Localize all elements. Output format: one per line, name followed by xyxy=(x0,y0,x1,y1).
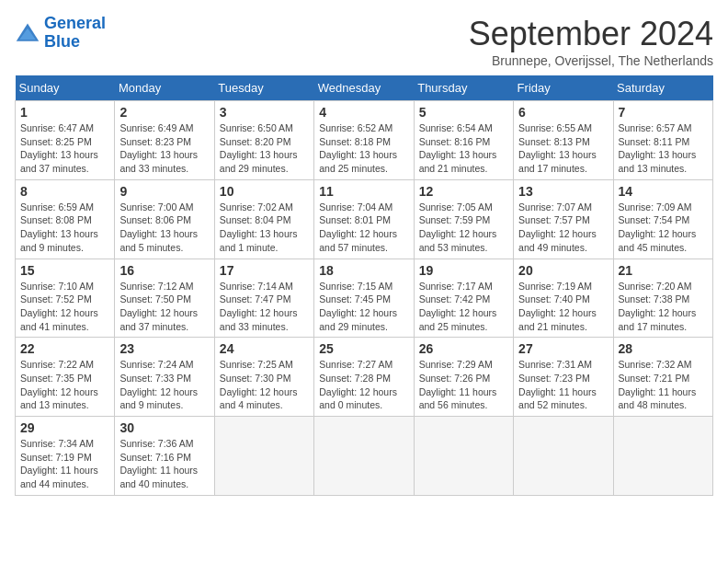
week-row-1: 1Sunrise: 6:47 AMSunset: 8:25 PMDaylight… xyxy=(16,101,713,180)
calendar-cell: 25Sunrise: 7:27 AMSunset: 7:28 PMDayligh… xyxy=(314,338,414,417)
day-header-friday: Friday xyxy=(514,75,613,101)
week-row-4: 22Sunrise: 7:22 AMSunset: 7:35 PMDayligh… xyxy=(16,338,713,417)
day-number: 16 xyxy=(119,263,209,278)
day-info: Sunrise: 6:57 AMSunset: 8:11 PMDaylight:… xyxy=(619,121,708,176)
day-info: Sunrise: 7:29 AMSunset: 7:26 PMDaylight:… xyxy=(419,358,508,412)
day-number: 17 xyxy=(220,263,309,278)
calendar-cell: 3Sunrise: 6:50 AMSunset: 8:20 PMDaylight… xyxy=(214,101,313,180)
day-info: Sunrise: 7:25 AMSunset: 7:30 PMDaylight:… xyxy=(220,358,309,412)
day-info: Sunrise: 7:00 AMSunset: 8:06 PMDaylight:… xyxy=(119,201,209,255)
day-info: Sunrise: 6:49 AMSunset: 8:23 PMDaylight:… xyxy=(119,121,209,176)
day-info: Sunrise: 6:50 AMSunset: 8:20 PMDaylight:… xyxy=(220,121,309,176)
day-info: Sunrise: 6:55 AMSunset: 8:13 PMDaylight:… xyxy=(518,121,608,176)
calendar-cell: 7Sunrise: 6:57 AMSunset: 8:11 PMDaylight… xyxy=(613,101,712,180)
day-number: 3 xyxy=(220,105,309,120)
day-number: 9 xyxy=(119,184,209,199)
calendar-cell: 12Sunrise: 7:05 AMSunset: 7:59 PMDayligh… xyxy=(414,179,513,259)
month-title: September 2024 xyxy=(469,15,713,53)
day-info: Sunrise: 7:04 AMSunset: 8:01 PMDaylight:… xyxy=(319,201,408,255)
day-number: 1 xyxy=(20,105,109,120)
day-info: Sunrise: 7:14 AMSunset: 7:47 PMDaylight:… xyxy=(220,280,309,334)
day-info: Sunrise: 7:36 AMSunset: 7:16 PMDaylight:… xyxy=(119,437,209,491)
day-header-thursday: Thursday xyxy=(414,75,513,101)
title-area: September 2024 Brunnepe, Overijssel, The… xyxy=(469,15,713,68)
day-header-tuesday: Tuesday xyxy=(214,75,313,101)
day-number: 2 xyxy=(119,105,209,120)
location-subtitle: Brunnepe, Overijssel, The Netherlands xyxy=(469,53,713,68)
day-number: 21 xyxy=(619,263,708,278)
calendar-header-row: SundayMondayTuesdayWednesdayThursdayFrid… xyxy=(16,75,713,101)
day-header-sunday: Sunday xyxy=(16,75,115,101)
day-number: 15 xyxy=(20,263,109,278)
day-number: 28 xyxy=(619,341,708,356)
day-number: 20 xyxy=(518,263,608,278)
calendar-cell: 22Sunrise: 7:22 AMSunset: 7:35 PMDayligh… xyxy=(16,338,115,417)
week-row-2: 8Sunrise: 6:59 AMSunset: 8:08 PMDaylight… xyxy=(16,179,713,259)
calendar-cell: 4Sunrise: 6:52 AMSunset: 8:18 PMDaylight… xyxy=(314,101,414,180)
day-info: Sunrise: 7:12 AMSunset: 7:50 PMDaylight:… xyxy=(119,280,209,334)
calendar-cell xyxy=(414,417,513,496)
day-info: Sunrise: 7:32 AMSunset: 7:21 PMDaylight:… xyxy=(619,358,708,412)
calendar-cell: 13Sunrise: 7:07 AMSunset: 7:57 PMDayligh… xyxy=(514,179,613,259)
day-number: 27 xyxy=(518,341,608,356)
day-info: Sunrise: 7:15 AMSunset: 7:45 PMDaylight:… xyxy=(319,280,408,334)
calendar-cell: 24Sunrise: 7:25 AMSunset: 7:30 PMDayligh… xyxy=(214,338,313,417)
day-info: Sunrise: 7:10 AMSunset: 7:52 PMDaylight:… xyxy=(20,280,109,334)
week-row-3: 15Sunrise: 7:10 AMSunset: 7:52 PMDayligh… xyxy=(16,259,713,338)
calendar-cell: 21Sunrise: 7:20 AMSunset: 7:38 PMDayligh… xyxy=(613,259,712,338)
calendar-cell: 28Sunrise: 7:32 AMSunset: 7:21 PMDayligh… xyxy=(613,338,712,417)
day-info: Sunrise: 7:22 AMSunset: 7:35 PMDaylight:… xyxy=(20,358,109,412)
calendar-cell: 15Sunrise: 7:10 AMSunset: 7:52 PMDayligh… xyxy=(16,259,115,338)
calendar-cell: 20Sunrise: 7:19 AMSunset: 7:40 PMDayligh… xyxy=(514,259,613,338)
day-number: 14 xyxy=(619,184,708,199)
calendar-cell: 19Sunrise: 7:17 AMSunset: 7:42 PMDayligh… xyxy=(414,259,513,338)
day-number: 13 xyxy=(518,184,608,199)
calendar-cell: 2Sunrise: 6:49 AMSunset: 8:23 PMDaylight… xyxy=(115,101,214,180)
day-info: Sunrise: 6:54 AMSunset: 8:16 PMDaylight:… xyxy=(419,121,508,176)
calendar-cell: 8Sunrise: 6:59 AMSunset: 8:08 PMDaylight… xyxy=(16,179,115,259)
calendar-cell: 17Sunrise: 7:14 AMSunset: 7:47 PMDayligh… xyxy=(214,259,313,338)
logo-icon xyxy=(15,20,40,46)
day-number: 29 xyxy=(20,420,109,435)
calendar-cell: 23Sunrise: 7:24 AMSunset: 7:33 PMDayligh… xyxy=(115,338,214,417)
day-info: Sunrise: 7:24 AMSunset: 7:33 PMDaylight:… xyxy=(119,358,209,412)
day-header-wednesday: Wednesday xyxy=(314,75,414,101)
calendar-cell: 6Sunrise: 6:55 AMSunset: 8:13 PMDaylight… xyxy=(514,101,613,180)
day-header-monday: Monday xyxy=(115,75,214,101)
logo-line1: General xyxy=(44,15,106,33)
day-info: Sunrise: 7:34 AMSunset: 7:19 PMDaylight:… xyxy=(20,437,109,491)
page-header: General Blue September 2024 Brunnepe, Ov… xyxy=(15,15,713,68)
logo: General Blue xyxy=(15,15,106,52)
day-number: 11 xyxy=(319,184,408,199)
day-info: Sunrise: 6:59 AMSunset: 8:08 PMDaylight:… xyxy=(20,201,109,255)
day-number: 7 xyxy=(619,105,708,120)
calendar-cell: 5Sunrise: 6:54 AMSunset: 8:16 PMDaylight… xyxy=(414,101,513,180)
calendar-cell: 10Sunrise: 7:02 AMSunset: 8:04 PMDayligh… xyxy=(214,179,313,259)
day-info: Sunrise: 7:20 AMSunset: 7:38 PMDaylight:… xyxy=(619,280,708,334)
day-number: 18 xyxy=(319,263,408,278)
day-info: Sunrise: 6:47 AMSunset: 8:25 PMDaylight:… xyxy=(20,121,109,176)
logo-line2: Blue xyxy=(44,33,106,52)
calendar-cell: 14Sunrise: 7:09 AMSunset: 7:54 PMDayligh… xyxy=(613,179,712,259)
day-number: 30 xyxy=(119,420,209,435)
calendar-cell: 9Sunrise: 7:00 AMSunset: 8:06 PMDaylight… xyxy=(115,179,214,259)
calendar-cell: 27Sunrise: 7:31 AMSunset: 7:23 PMDayligh… xyxy=(514,338,613,417)
calendar-cell: 26Sunrise: 7:29 AMSunset: 7:26 PMDayligh… xyxy=(414,338,513,417)
logo-text: General Blue xyxy=(44,15,106,52)
calendar-cell: 30Sunrise: 7:36 AMSunset: 7:16 PMDayligh… xyxy=(115,417,214,496)
day-info: Sunrise: 7:19 AMSunset: 7:40 PMDaylight:… xyxy=(518,280,608,334)
day-info: Sunrise: 7:02 AMSunset: 8:04 PMDaylight:… xyxy=(220,201,309,255)
day-number: 19 xyxy=(419,263,508,278)
day-info: Sunrise: 7:31 AMSunset: 7:23 PMDaylight:… xyxy=(518,358,608,412)
calendar-cell: 29Sunrise: 7:34 AMSunset: 7:19 PMDayligh… xyxy=(16,417,115,496)
calendar-cell xyxy=(613,417,712,496)
day-number: 6 xyxy=(518,105,608,120)
calendar-cell xyxy=(514,417,613,496)
calendar-cell: 18Sunrise: 7:15 AMSunset: 7:45 PMDayligh… xyxy=(314,259,414,338)
day-number: 23 xyxy=(119,341,209,356)
calendar-cell: 1Sunrise: 6:47 AMSunset: 8:25 PMDaylight… xyxy=(16,101,115,180)
day-info: Sunrise: 7:09 AMSunset: 7:54 PMDaylight:… xyxy=(619,201,708,255)
day-number: 10 xyxy=(220,184,309,199)
calendar-cell: 16Sunrise: 7:12 AMSunset: 7:50 PMDayligh… xyxy=(115,259,214,338)
day-info: Sunrise: 7:05 AMSunset: 7:59 PMDaylight:… xyxy=(419,201,508,255)
